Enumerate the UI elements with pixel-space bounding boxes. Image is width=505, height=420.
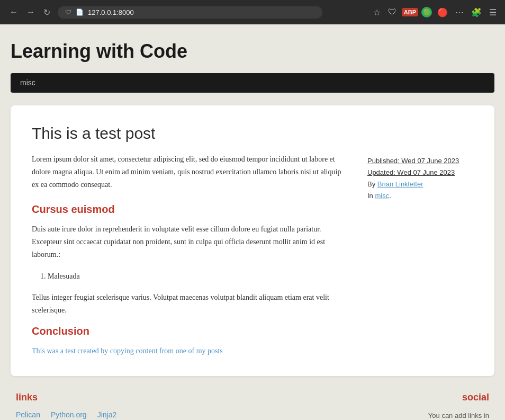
footer: links Pelican Python.org Jinja2 You can … [11,392,494,420]
section2-body: This was a test created by copying conte… [32,345,346,358]
footer-social-section: social You can add links in your config … [394,392,489,420]
site-title: Learning with Code [11,40,494,62]
refresh-button[interactable]: ↻ [40,5,53,20]
footer-links-list: Pelican Python.org Jinja2 [16,410,122,419]
forward-button[interactable]: → [23,5,38,20]
footer-links-section: links Pelican Python.org Jinja2 You can … [16,392,122,420]
hamburger-menu[interactable]: ☰ [487,6,499,19]
author-link[interactable]: Brian Linkletter [377,180,423,188]
meta-published: Published: Wed 07 June 2023 [367,155,473,167]
section1-body: Duis aute irure dolor in reprehenderit i… [32,223,346,261]
article-title: This is a test post [32,124,473,142]
period: . [389,192,391,200]
meta-category-line: In misc. [367,190,473,202]
nav-buttons: ← → ↻ [6,5,53,20]
abp-extension[interactable]: ABP [402,8,418,16]
footer-link-pelican[interactable]: Pelican [16,410,40,419]
social-desc: You can add links in your config file [394,410,489,420]
nav-item-misc[interactable]: misc [20,78,35,87]
footer-link-jinja2[interactable]: Jinja2 [97,410,117,419]
by-label: By [367,180,377,188]
browser-actions: ☆ 🛡 ABP 🟢 🔴 ⋯ 🧩 ☰ [371,6,499,19]
list-item: Malesuada [48,270,346,283]
green-extension[interactable]: 🟢 [421,7,432,17]
section1-extra: Tellus integer feugiat scelerisque variu… [32,291,346,317]
footer-link-python[interactable]: Python.org [51,410,87,419]
page-wrapper: Learning with Code misc This is a test p… [0,24,505,420]
published-text: Published: Wed 07 June 2023 [367,157,459,165]
address-bar[interactable]: 🛡 📄 127.0.0.1:8000 [58,6,322,19]
meta-author-line: By Brian Linkletter [367,178,473,190]
social-title: social [394,392,489,403]
dots-menu[interactable]: ⋯ [453,6,466,19]
article-layout: Lorem ipsum dolor sit amet, consectetur … [32,153,473,357]
social-desc-line1: You can add links in [428,412,489,419]
pocket-icon[interactable]: 🛡 [386,6,399,18]
document-icon: 📄 [76,8,84,16]
red-extension[interactable]: 🔴 [435,6,450,19]
links-title: links [16,392,122,403]
star-icon[interactable]: ☆ [371,6,383,19]
article-card: This is a test post Lorem ipsum dolor si… [11,105,494,376]
article-meta: Published: Wed 07 June 2023 Updated: Wed… [367,155,473,357]
article-intro: Lorem ipsum dolor sit amet, consectetur … [32,153,346,191]
section2-title: Conclusion [32,325,346,337]
address-text: 127.0.0.1:8000 [88,8,134,16]
in-label: In [367,192,375,200]
category-link[interactable]: misc [375,192,389,200]
updated-text: Updated: Wed 07 June 2023 [367,168,455,176]
section1-title: Cursus euismod [32,203,346,216]
article-list: Malesuada [48,270,346,283]
meta-updated: Updated: Wed 07 June 2023 [367,167,473,178]
shield-icon: 🛡 [65,8,71,16]
back-button[interactable]: ← [6,5,21,20]
nav-bar: misc [11,73,494,93]
article-main: Lorem ipsum dolor sit amet, consectetur … [32,153,346,357]
browser-chrome: ← → ↻ 🛡 📄 127.0.0.1:8000 ☆ 🛡 ABP 🟢 🔴 ⋯ 🧩… [0,0,505,24]
extensions-icon[interactable]: 🧩 [469,6,484,19]
